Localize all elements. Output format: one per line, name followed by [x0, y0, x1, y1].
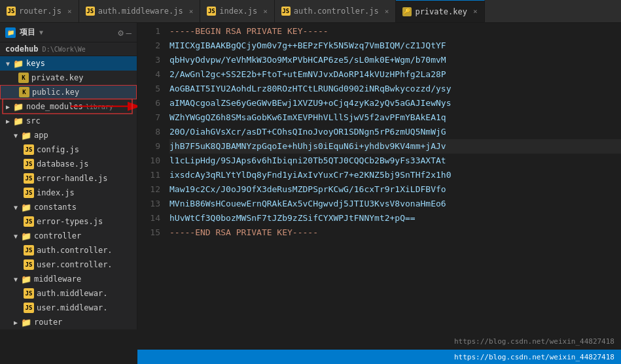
- tree-item-public-key[interactable]: K public.key: [0, 85, 137, 99]
- line-num-10: 10: [137, 154, 160, 168]
- code-line-3: qbHvyOdvpw/YeVhMkW3Oo9MxPVbHCAP6ze5/sL0m…: [169, 53, 621, 67]
- tree-label: src: [26, 116, 41, 125]
- tab-index[interactable]: JS index.js ×: [200, 0, 274, 22]
- line-text: ixsdcAy3qRLYtYlDq8yFnd1yiAxIvYuxCr7+e2KN…: [169, 168, 451, 182]
- line-text: 2/AwGnl2gc+SS2E2b+FtoT+utEmNVJvxDAoRP14k…: [169, 67, 446, 82]
- js-file-icon: JS: [24, 188, 34, 198]
- tree-item-database[interactable]: JS database.js: [0, 157, 137, 171]
- tab-close-icon[interactable]: ×: [385, 7, 389, 16]
- tree-item-error-handle[interactable]: JS error-handle.js: [0, 171, 137, 186]
- line-text: WZhYWGgQZ6h8SMsaGobKw6ImXEVPHhVLllSjwV5f…: [169, 110, 446, 125]
- code-line-5: AoGBAIT5IYU2AohdLrz80ROzHTCtLRUNGd0902iN…: [169, 82, 621, 96]
- line-text: Maw19c2Cx/J0oJ9OfX3deRusMZDPSprKCwG/16cx…: [169, 182, 446, 197]
- status-url: https://blog.csdn.net/weixin_44827418: [454, 353, 614, 361]
- folder-icon: 📁: [13, 58, 24, 69]
- tree-item-node-modules[interactable]: ▶ 📁 node_modules library: [0, 99, 137, 114]
- line-text: -----BEGIN RSA PRIVATE KEY-----: [169, 24, 328, 39]
- tree-label: auth.controller.: [37, 246, 113, 255]
- tree-item-user-controller[interactable]: JS user.controller.: [0, 257, 137, 272]
- line-text: jhB7F5uK8QJBAMNYzpGqoIe+hUhjs0iEquN6i+yh…: [169, 139, 446, 154]
- js-file-icon: JS: [24, 144, 34, 155]
- tree-label: constants: [34, 203, 77, 212]
- gear-icon[interactable]: ⚙: [118, 27, 123, 38]
- line-num-2: 2: [137, 39, 160, 53]
- tree-item-auth-middleware[interactable]: JS auth.middlewar.: [0, 286, 137, 301]
- tree-item-controller[interactable]: ▼ 📁 controller: [0, 229, 137, 243]
- line-text: MVniB86WsHCouewErnQRAkEAx5vCHgwvdj5JTIU3…: [169, 197, 446, 211]
- folder-icon: 📁: [21, 274, 31, 284]
- folder-arrow: ▼: [10, 276, 21, 283]
- folder-arrow: ▼: [10, 233, 21, 240]
- tab-router[interactable]: JS router.js ×: [0, 0, 79, 22]
- tab-auth-controller-label: auth.controller.js: [294, 7, 379, 16]
- line-text: l1cLipHdg/9SJAps6v6hIbiqni20Tb5QTJ0CQQCb…: [169, 154, 446, 168]
- file-tree: ▼ 📁 keys K private.key K public.key ▶: [0, 56, 137, 329]
- line-text: qbHvyOdvpw/YeVhMkW3Oo9MxPVbHCAP6ze5/sL0m…: [169, 53, 446, 67]
- line-num-11: 11: [137, 168, 160, 182]
- tree-item-app[interactable]: ▼ 📁 app: [0, 128, 137, 142]
- folder-icon: 📁: [13, 116, 24, 126]
- tree-item-private-key[interactable]: K private.key: [0, 71, 137, 85]
- folder-arrow: ▶: [10, 319, 21, 326]
- tree-item-user-middleware[interactable]: JS user.middlewar.: [0, 301, 137, 315]
- tree-label: error-handle.js: [37, 174, 107, 183]
- tab-auth-controller[interactable]: JS auth.controller.js ×: [275, 0, 397, 22]
- tree-item-config[interactable]: JS config.js: [0, 142, 137, 157]
- line-text: 20O/OiahGVsXcr/asDT+COhsQInoJvoyOR1SDNgn…: [169, 125, 446, 139]
- tree-item-keys[interactable]: ▼ 📁 keys: [0, 56, 137, 71]
- editor-content: 1 2 3 4 5 6 7 8 9 10 11 12 13 14 15 ----…: [137, 23, 621, 350]
- tab-close-icon[interactable]: ×: [473, 7, 478, 16]
- tab-close-icon[interactable]: ×: [263, 7, 268, 16]
- tree-label: config.js: [37, 145, 79, 154]
- folder-arrow: ▶: [3, 103, 13, 110]
- key-file-icon: K: [18, 73, 29, 83]
- js-file-icon: JS: [24, 303, 34, 313]
- tree-label: database.js: [37, 159, 88, 169]
- tree-label: node_modules: [26, 102, 83, 111]
- code-line-9: jhB7F5uK8QJBAMNYzpGqoIe+hUhjs0iEquN6i+yh…: [169, 139, 621, 154]
- js-file-icon: JS: [24, 288, 34, 299]
- tree-item-auth-controller[interactable]: JS auth.controller.: [0, 243, 137, 257]
- tab-private-key[interactable]: 🔑 private.key ×: [396, 0, 484, 22]
- code-line-13: MVniB86WsHCouewErnQRAkEAx5vCHgwvdj5JTIU3…: [169, 197, 621, 211]
- tab-auth-middleware[interactable]: JS auth.middleware.js ×: [79, 0, 201, 22]
- tree-item-router[interactable]: ▶ 📁 router: [0, 315, 137, 329]
- tree-label: public.key: [32, 88, 79, 97]
- project-icon: 📁: [5, 27, 16, 38]
- line-text: hUvWtCf3Q0bozMWSnF7tJZb9zZSifCYXWPJtFNNY…: [169, 211, 416, 225]
- tree-label: router: [34, 318, 62, 327]
- tree-item-index[interactable]: JS index.js: [0, 186, 137, 200]
- tree-label: private.key: [31, 73, 83, 82]
- badge-library: library: [86, 103, 113, 110]
- folder-icon: 📁: [21, 317, 31, 327]
- sidebar-project-label: 项目: [20, 27, 35, 38]
- tab-close-icon[interactable]: ×: [67, 7, 72, 16]
- folder-arrow: ▼: [3, 60, 13, 67]
- tree-label: user.controller.: [37, 260, 113, 269]
- line-num-13: 13: [137, 197, 160, 211]
- tree-item-constants[interactable]: ▼ 📁 constants: [0, 200, 137, 214]
- line-num-6: 6: [137, 96, 160, 110]
- line-num-8: 8: [137, 125, 160, 139]
- code-line-14: hUvWtCf3Q0bozMWSnF7tJZb9zZSifCYXWPJtFNNY…: [169, 211, 621, 225]
- minus-icon[interactable]: —: [126, 27, 132, 38]
- line-num-5: 5: [137, 82, 160, 96]
- main-area: 📁 项目 ▼ ⚙ — codehub D:\CWork\We ▼ 📁 keys: [0, 23, 621, 364]
- tab-router-label: router.js: [19, 7, 62, 16]
- line-num-15: 15: [137, 225, 160, 240]
- code-line-12: Maw19c2Cx/J0oJ9OfX3deRusMZDPSprKCwG/16cx…: [169, 182, 621, 197]
- tree-label: keys: [26, 59, 45, 68]
- watermark-text: https://blog.csdn.net/weixin_44827418: [454, 337, 614, 346]
- code-content[interactable]: -----BEGIN RSA PRIVATE KEY----- MIICXgIB…: [167, 23, 621, 350]
- line-num-4: 4: [137, 67, 160, 82]
- js-icon: JS: [86, 7, 95, 16]
- tree-item-error-types[interactable]: JS error-types.js: [0, 214, 137, 229]
- folder-icon: 📁: [21, 231, 31, 241]
- code-line-15: -----END RSA PRIVATE KEY-----: [169, 225, 621, 240]
- tree-item-middleware[interactable]: ▼ 📁 middleware: [0, 272, 137, 286]
- tab-close-icon[interactable]: ×: [189, 7, 194, 16]
- line-num-7: 7: [137, 110, 160, 125]
- tree-item-src[interactable]: ▶ 📁 src: [0, 114, 137, 128]
- tab-bar: JS router.js × JS auth.middleware.js × J…: [0, 0, 621, 23]
- code-line-4: 2/AwGnl2gc+SS2E2b+FtoT+utEmNVJvxDAoRP14k…: [169, 67, 621, 82]
